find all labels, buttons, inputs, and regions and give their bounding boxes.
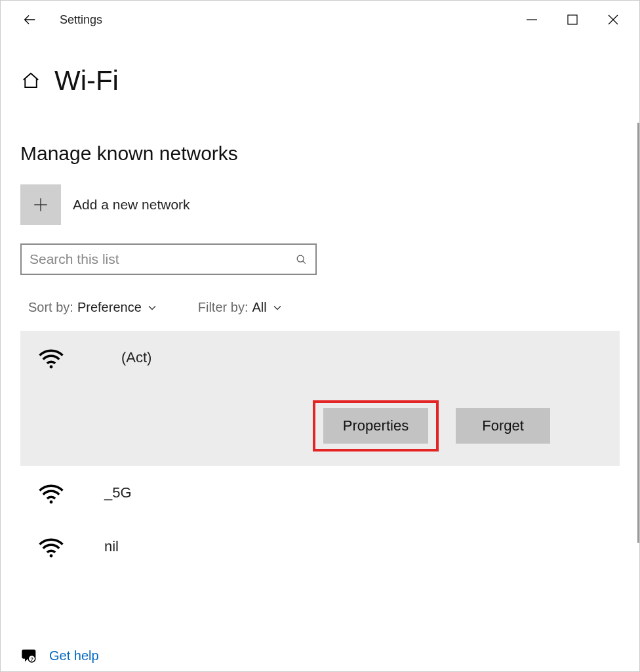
scrollbar[interactable] <box>637 123 639 543</box>
help-link[interactable]: ? Get help <box>20 646 99 665</box>
search-box[interactable] <box>20 243 317 275</box>
network-item[interactable]: _5G <box>20 466 620 520</box>
content-area: Manage known networks Add a new network … <box>1 103 639 574</box>
filter-value: All <box>252 300 266 315</box>
help-label: Get help <box>49 648 99 663</box>
sort-label: Sort by: <box>28 300 73 315</box>
sort-filter-row: Sort by: Preference Filter by: All <box>20 300 620 315</box>
network-name: nil <box>104 538 119 555</box>
network-actions: Properties Forget <box>37 400 608 452</box>
search-icon <box>294 253 308 266</box>
chevron-down-icon <box>146 301 159 314</box>
home-icon[interactable] <box>20 70 41 91</box>
help-icon: ? <box>20 646 39 665</box>
network-item[interactable]: nil <box>20 520 620 574</box>
filter-dropdown[interactable]: Filter by: All <box>198 300 284 315</box>
network-name: _5G <box>104 484 132 501</box>
sort-dropdown[interactable]: Sort by: Preference <box>28 300 159 315</box>
maximize-button[interactable] <box>563 10 582 29</box>
sort-value: Preference <box>77 300 142 315</box>
section-heading: Manage known networks <box>20 142 620 165</box>
add-network-label: Add a new network <box>73 197 190 213</box>
network-list: (Act) Properties Forget _5G nil <box>20 331 620 574</box>
wifi-icon <box>37 533 65 560</box>
add-network-button[interactable] <box>20 184 61 225</box>
plus-icon <box>32 196 49 213</box>
wifi-icon <box>37 479 65 507</box>
svg-point-8 <box>50 366 53 369</box>
svg-rect-1 <box>568 15 577 24</box>
window-title: Settings <box>60 13 102 27</box>
properties-button[interactable]: Properties <box>323 408 428 444</box>
page-header: Wi-Fi <box>1 39 639 103</box>
svg-point-10 <box>50 555 53 558</box>
forget-button[interactable]: Forget <box>456 408 550 444</box>
minimize-button[interactable] <box>523 10 541 29</box>
svg-point-6 <box>297 255 304 262</box>
filter-label: Filter by: <box>198 300 249 315</box>
chevron-down-icon <box>271 301 284 314</box>
network-item-selected[interactable]: (Act) Properties Forget <box>20 331 620 466</box>
close-button[interactable] <box>604 10 622 29</box>
title-bar: Settings <box>1 1 639 39</box>
page-title: Wi-Fi <box>54 65 119 96</box>
svg-point-9 <box>50 501 53 504</box>
svg-line-7 <box>303 261 306 264</box>
add-network-row[interactable]: Add a new network <box>20 184 620 225</box>
svg-text:?: ? <box>30 656 33 662</box>
highlight-annotation: Properties <box>313 400 439 452</box>
network-name: (Act) <box>121 349 151 366</box>
search-input[interactable] <box>30 251 294 267</box>
wifi-icon <box>37 344 65 371</box>
window-controls <box>523 10 634 29</box>
back-button[interactable] <box>19 9 40 30</box>
